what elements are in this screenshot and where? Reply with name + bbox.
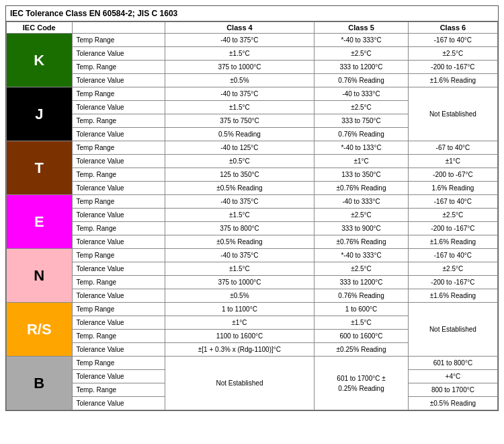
class4-cell: ±0.5% Reading [165,182,314,195]
label-cell: Tolerance Value [72,47,165,61]
class5-cell: ±2.5°C [314,101,409,114]
class4-cell: 0.5% Reading [165,128,314,141]
table-row: Tolerance Value±0.5% Reading±0.76% Readi… [7,182,498,195]
label-cell: Tolerance Value [72,155,165,168]
table-row: Tolerance Value±1.5°C±2.5°C±2.5°C [7,209,498,222]
class4-cell: 375 to 1000°C [165,61,314,74]
label-cell: Temp. Range [72,61,165,74]
header-row: IEC Code Class 4 Class 5 Class 6 [7,22,498,34]
label-cell: Tolerance Value [72,289,165,303]
col-class6: Class 6 [408,22,497,34]
label-cell: Temp Range [72,141,165,155]
table-row: NTemp Range-40 to 375°C*-40 to 333°C-167… [7,249,498,262]
label-cell: Temp Range [72,357,165,370]
class4-cell: Not Established [165,357,314,410]
class6-cell: -200 to -167°C [408,61,497,74]
class5-cell: 333 to 1200°C [314,276,409,289]
class6-cell: +4°C [408,370,497,383]
table-row: Temp. Range375 to 800°C333 to 900°C-200 … [7,222,498,235]
class5-cell: 133 to 350°C [314,168,409,182]
class6-cell: ±2.5°C [408,262,497,276]
iec-code-cell: R/S [7,303,73,357]
class4-cell: -40 to 125°C [165,141,314,155]
class4-cell: ±[1 + 0.3% x (Rdg-1100)]°C [165,343,314,357]
class4-cell: ±0.5% Reading [165,235,314,249]
class6-cell: -167 to 40°C [408,34,497,47]
col-iec-code: IEC Code [7,22,73,34]
class4-cell: 375 to 750°C [165,114,314,128]
class4-cell: 1 to 1100°C [165,303,314,316]
table-title: IEC Tolerance Class EN 60584-2; JIS C 16… [6,6,498,22]
class4-cell: -40 to 375°C [165,249,314,262]
iec-code-cell: J [7,87,73,141]
class6-cell: ±0.5% Reading [408,397,497,410]
iec-code-cell: N [7,249,73,303]
table-row: JTemp Range-40 to 375°C-40 to 333°CNot E… [7,87,498,101]
class5-cell: ±0.76% Reading [314,182,409,195]
class4-cell: 125 to 350°C [165,168,314,182]
table-row: TTemp Range-40 to 125°C*-40 to 133°C-67 … [7,141,498,155]
class5-cell: ±2.5°C [314,209,409,222]
class5-cell: *-40 to 333°C [314,34,409,47]
class5-cell: ±1°C [314,155,409,168]
class4-cell: 375 to 1000°C [165,276,314,289]
label-cell: Tolerance Value [72,182,165,195]
table-row: BTemp RangeNot Established601 to 1700°C … [7,357,498,370]
class4-cell: ±0.5% [165,74,314,87]
label-cell: Tolerance Value [72,209,165,222]
class6-cell: 601 to 800°C [408,357,497,370]
class4-cell: ±1.5°C [165,209,314,222]
label-cell: Temp Range [72,303,165,316]
class5-cell: ±1.5°C [314,316,409,330]
class5-cell: ±2.5°C [314,262,409,276]
class6-cell: Not Established [408,303,497,357]
col-class4: Class 4 [165,22,314,34]
table-row: Tolerance Value±0.5% Reading±0.76% Readi… [7,235,498,249]
class6-cell: ±1.6% Reading [408,289,497,303]
table-row: KTemp Range-40 to 375°C*-40 to 333°C-167… [7,34,498,47]
label-cell: Temp. Range [72,276,165,289]
label-cell: Temp Range [72,249,165,262]
class4-cell: 1100 to 1600°C [165,330,314,343]
class5-cell: ±0.25% Reading [314,343,409,357]
class4-cell: ±1.5°C [165,47,314,61]
class5-cell: 333 to 750°C [314,114,409,128]
label-cell: Tolerance Value [72,101,165,114]
label-cell: Temp. Range [72,168,165,182]
class5-cell: 0.76% Reading [314,128,409,141]
table-row: Temp. Range375 to 1000°C333 to 1200°C-20… [7,61,498,74]
class5-cell: 333 to 900°C [314,222,409,235]
class5-cell: 1 to 600°C [314,303,409,316]
class6-cell: ±1.6% Reading [408,74,497,87]
class5-cell: *-40 to 133°C [314,141,409,155]
label-cell: Tolerance Value [72,128,165,141]
class6-cell: -200 to -67°C [408,168,497,182]
label-cell: Tolerance Value [72,316,165,330]
class5-cell: ±0.76% Reading [314,235,409,249]
class6-cell: -200 to -167°C [408,222,497,235]
class4-cell: -40 to 375°C [165,34,314,47]
class5-cell: -40 to 333°C [314,87,409,101]
label-cell: Tolerance Value [72,235,165,249]
class6-cell: -167 to 40°C [408,195,497,209]
table-row: Tolerance Value±0.5%0.76% Reading±1.6% R… [7,289,498,303]
main-table: IEC Code Class 4 Class 5 Class 6 KTemp R… [6,22,498,410]
label-cell: Tolerance Value [72,74,165,87]
label-cell: Temp Range [72,87,165,101]
class6-cell: Not Established [408,87,497,141]
class5-cell: 0.76% Reading [314,289,409,303]
class6-cell: -67 to 40°C [408,141,497,155]
class4-cell: 375 to 800°C [165,222,314,235]
table-row: Temp. Range375 to 1000°C333 to 1200°C-20… [7,276,498,289]
class4-cell: ±1°C [165,316,314,330]
table-row: Tolerance Value±1.5°C±2.5°C±2.5°C [7,47,498,61]
class4-cell: ±1.5°C [165,262,314,276]
class4-cell: ±0.5°C [165,155,314,168]
table-row: Temp. Range125 to 350°C133 to 350°C-200 … [7,168,498,182]
col-labels [72,22,165,34]
iec-code-cell: B [7,357,73,410]
table-row: Tolerance Value±0.5%0.76% Reading±1.6% R… [7,74,498,87]
class6-cell: ±1°C [408,155,497,168]
label-cell: Tolerance Value [72,262,165,276]
label-cell: Temp. Range [72,330,165,343]
